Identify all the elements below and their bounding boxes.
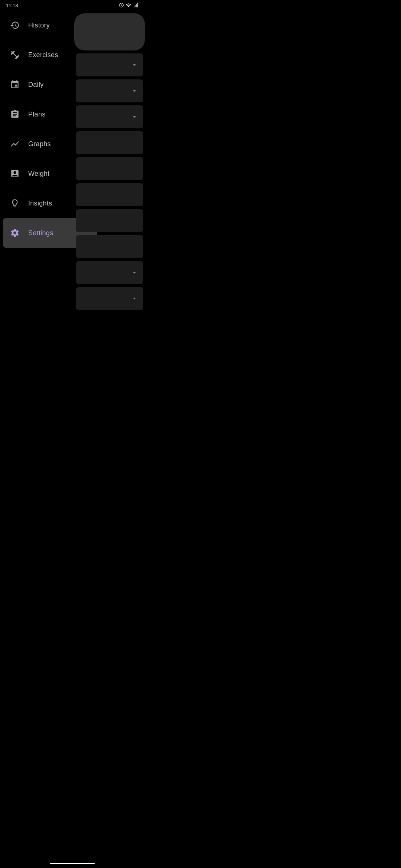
calendar-icon-wrapper: [7, 77, 22, 92]
status-time: 11:13: [6, 3, 18, 8]
history-icon: [10, 20, 20, 30]
dropdown-extra[interactable]: [76, 261, 143, 284]
main-layout: History Exercises Daily: [0, 10, 145, 303]
chevron-down-icon-4: [131, 269, 138, 276]
right-panel-container: [74, 10, 145, 312]
daily-label: Daily: [28, 81, 44, 89]
history-label: History: [28, 22, 50, 29]
calendar-icon: [10, 80, 20, 89]
dumbbell-icon: [10, 50, 20, 60]
panel-extra-2: [76, 235, 143, 258]
gear-icon: [10, 228, 20, 238]
dropdown-plans[interactable]: [76, 79, 143, 102]
dropdown-bottom[interactable]: [76, 287, 143, 310]
svg-rect-1: [135, 5, 136, 7]
graph-icon: [10, 139, 20, 149]
panel-insights: [76, 157, 143, 180]
settings-label: Settings: [28, 229, 53, 237]
dropdown-daily[interactable]: [76, 53, 143, 76]
svg-rect-3: [137, 3, 138, 7]
dropdown-graphs[interactable]: [76, 105, 143, 128]
graphs-label: Graphs: [28, 140, 51, 148]
chevron-down-icon-3: [131, 113, 138, 121]
status-bar: 11:13: [0, 0, 145, 10]
clipboard-icon: [10, 109, 20, 119]
graph-icon-wrapper: [7, 137, 22, 151]
dumbbell-icon-wrapper: [7, 47, 22, 62]
svg-rect-2: [136, 4, 137, 7]
history-icon-wrapper: [7, 18, 22, 33]
chevron-up-icon: [131, 295, 138, 302]
chevron-down-icon-1: [131, 61, 138, 69]
plans-label: Plans: [28, 111, 46, 118]
exercises-label: Exercises: [28, 51, 58, 59]
lightbulb-icon-wrapper: [7, 196, 22, 211]
clipboard-icon-wrapper: [7, 107, 22, 122]
panel-settings: [76, 183, 143, 206]
lightbulb-icon: [10, 198, 20, 208]
scale-icon: [10, 169, 20, 178]
insights-label: Insights: [28, 200, 52, 207]
panel-weight: [76, 131, 143, 154]
signal-icon: [133, 3, 139, 8]
svg-rect-0: [134, 6, 134, 7]
status-icons: [119, 3, 139, 8]
scale-icon-wrapper: [7, 166, 22, 181]
panel-extra-1: [76, 209, 143, 232]
wifi-icon: [125, 3, 131, 8]
gear-icon-wrapper: [7, 226, 22, 240]
top-right-card: [74, 13, 145, 50]
alarm-icon: [119, 3, 124, 8]
chevron-down-icon-2: [131, 87, 138, 95]
weight-label: Weight: [28, 170, 50, 178]
